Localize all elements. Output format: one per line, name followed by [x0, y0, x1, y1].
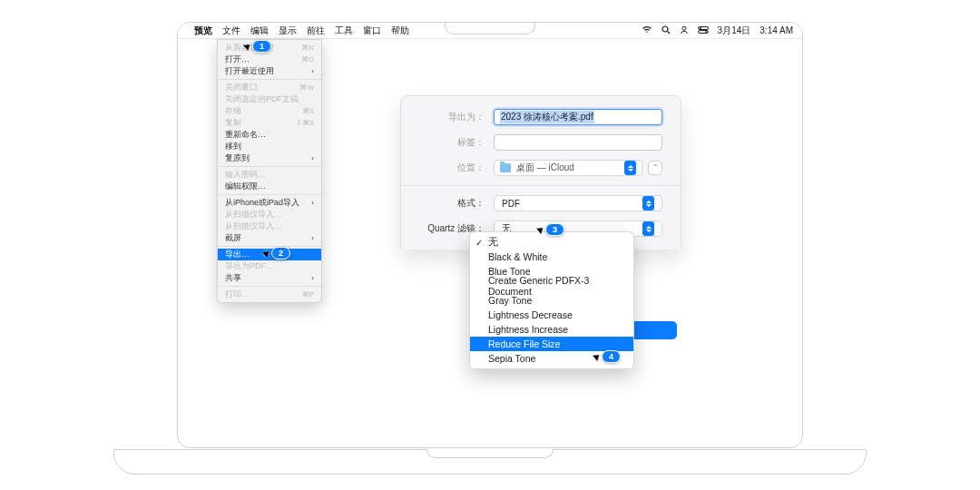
submenu-arrow-icon: ›	[311, 274, 314, 282]
file-menu-item[interactable]: 截屏›	[218, 232, 321, 244]
filter-option[interactable]: ✓无	[470, 235, 633, 250]
file-menu-item[interactable]: 编辑权限…	[218, 181, 321, 192]
location-dropdown[interactable]: 桌面 — iCloud	[494, 160, 642, 176]
user-icon[interactable]	[680, 25, 689, 36]
menu-separator	[218, 286, 321, 287]
expand-location-button[interactable]: ˅	[648, 161, 662, 175]
laptop-screen: 预览 文件 编辑 显示 前往 工具 窗口 帮助 3月14日 3:14 AM 从剪…	[177, 22, 803, 448]
cursor-icon	[593, 352, 602, 361]
file-menu-item[interactable]: 共享›	[218, 272, 321, 284]
svg-point-5	[700, 27, 701, 29]
file-menu-item: 关闭选定的PDF文稿	[218, 93, 321, 105]
menu-file[interactable]: 文件	[222, 24, 240, 37]
tags-label: 标签：	[419, 136, 485, 149]
file-menu-item: 导出为PDF…	[218, 260, 321, 272]
file-menu-item[interactable]: 打开…⌘O	[218, 54, 321, 65]
laptop-base	[113, 449, 867, 475]
svg-point-2	[682, 26, 686, 30]
menu-separator	[218, 79, 321, 80]
file-menu-item: 关闭窗口⌘W	[218, 82, 321, 93]
submenu-arrow-icon: ›	[311, 234, 314, 242]
control-center-icon[interactable]	[698, 25, 709, 35]
file-menu-item[interactable]: 打开最近使用›	[218, 65, 321, 77]
menubar-date[interactable]: 3月14日	[718, 24, 751, 37]
app-name[interactable]: 预览	[194, 24, 212, 37]
laptop-trackpad-notch	[426, 449, 554, 458]
file-menu-item: 从扫描仪导入…	[218, 220, 321, 232]
cursor-icon	[536, 225, 545, 234]
shortcut-label: ⌘W	[299, 83, 314, 92]
menubar-time[interactable]: 3:14 AM	[760, 25, 793, 35]
location-value: 桌面 — iCloud	[516, 162, 574, 174]
file-menu-dropdown: 从剪贴板新建⌘N打开…⌘O打开最近使用›关闭窗口⌘W关闭选定的PDF文稿存储⌘S…	[217, 39, 322, 303]
location-label: 位置：	[419, 162, 485, 174]
updown-caret-icon	[642, 196, 654, 211]
step-callout-3: 3	[538, 223, 564, 236]
filter-option[interactable]: Lightness Decrease	[470, 308, 633, 322]
menu-tools[interactable]: 工具	[335, 24, 353, 37]
file-menu-item[interactable]: 从iPhone或iPad导入›	[218, 197, 321, 209]
submenu-arrow-icon: ›	[311, 67, 314, 75]
sheet-separator	[401, 185, 681, 186]
file-menu-item[interactable]: 移到	[218, 141, 321, 152]
file-menu-item: 存储⌘S	[218, 105, 321, 117]
updown-caret-icon	[624, 161, 636, 175]
filter-option[interactable]: Black & White	[470, 250, 633, 264]
svg-line-1	[667, 31, 670, 34]
format-label: 格式：	[419, 197, 485, 210]
shortcut-label: ⌘P	[302, 290, 314, 299]
menu-go[interactable]: 前往	[307, 24, 325, 37]
filter-option[interactable]: Lightness Increase	[470, 322, 633, 337]
step-callout-2: 2	[264, 247, 290, 260]
wifi-icon[interactable]	[642, 25, 652, 35]
spotlight-icon[interactable]	[662, 25, 671, 36]
file-menu-item: 输入密码…	[218, 169, 321, 181]
updown-caret-icon	[642, 221, 654, 236]
cursor-icon	[262, 249, 271, 258]
file-menu-item: 打印…⌘P	[218, 289, 321, 300]
submenu-arrow-icon: ›	[311, 154, 314, 162]
format-dropdown[interactable]: PDF	[494, 195, 662, 211]
tags-input[interactable]	[494, 134, 662, 151]
filter-option[interactable]: Reduce File Size	[470, 337, 633, 351]
menu-help[interactable]: 帮助	[391, 24, 409, 37]
quartz-filter-list: ✓无Black & WhiteBlue ToneCreate Generic P…	[469, 231, 634, 369]
menu-view[interactable]: 显示	[279, 24, 297, 37]
menu-separator	[218, 166, 321, 167]
export-as-label: 导出为：	[419, 111, 485, 123]
export-filename-input[interactable]: 2023 徐涛核心考案.pdf	[494, 109, 662, 125]
svg-point-6	[705, 31, 707, 33]
cursor-icon	[243, 42, 252, 51]
file-menu-item: 从扫描仪导入…	[218, 209, 321, 220]
menu-edit[interactable]: 编辑	[250, 24, 269, 37]
folder-icon	[500, 163, 511, 172]
checkmark-icon: ✓	[475, 238, 483, 248]
file-menu-item[interactable]: 复原到›	[218, 152, 321, 164]
step-callout-1: 1	[245, 40, 271, 53]
file-menu-item: 复制⇧⌘S	[218, 117, 321, 129]
svg-point-0	[662, 26, 668, 32]
shortcut-label: ⌘N	[301, 44, 314, 52]
file-menu-item[interactable]: 重新命名…	[218, 129, 321, 141]
filter-option[interactable]: Gray Tone	[470, 293, 633, 308]
filter-option[interactable]: Create Generic PDFX-3 Document	[470, 279, 633, 293]
menu-separator	[218, 194, 321, 195]
menu-window[interactable]: 窗口	[363, 24, 381, 37]
submenu-arrow-icon: ›	[311, 199, 314, 207]
shortcut-label: ⌘O	[301, 55, 314, 64]
shortcut-label: ⇧⌘S	[296, 119, 314, 127]
step-callout-4: 4	[594, 350, 621, 363]
laptop-notch	[445, 22, 535, 34]
shortcut-label: ⌘S	[302, 107, 314, 115]
